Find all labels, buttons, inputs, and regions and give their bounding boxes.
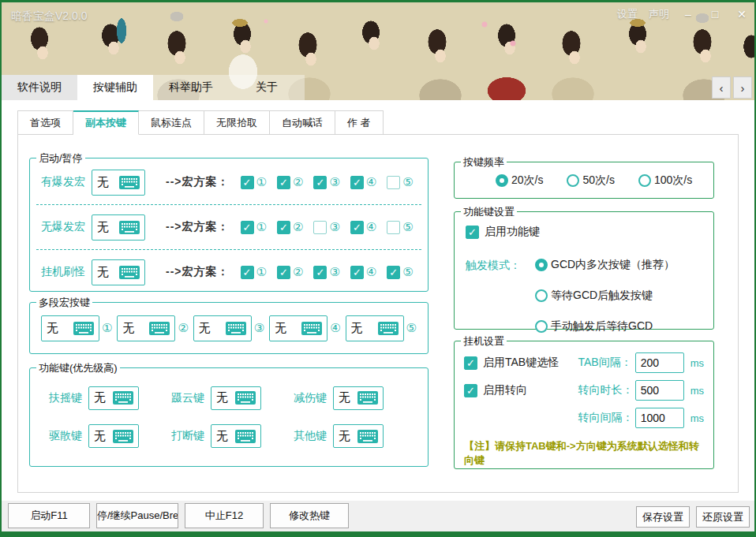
trigger-mode-manual[interactable]: 手动触发后等待GCD [535,319,675,334]
damage-reduce-key-button[interactable]: 无 [333,386,384,410]
tab-dungeon-keys[interactable]: 副本按键 [73,110,139,135]
tab-auto-shout[interactable]: 自动喊话 [270,110,335,135]
turn-duration-input[interactable] [635,380,684,401]
statement-menu-button[interactable]: 声明 [649,7,669,21]
other-key-button[interactable]: 无 [333,424,384,448]
titlebar: 暗香宝盒V2.0.0 设置 声明 – □ ✕ [2,7,754,26]
plan-number: ② [293,175,303,189]
plan-number: ③ [329,220,339,234]
plan-checkbox-4[interactable] [350,176,364,189]
tab-interval-input[interactable] [635,352,684,373]
tab-preferences[interactable]: 首选项 [17,110,73,135]
maximize-icon[interactable]: □ [707,8,723,21]
hotkey-button-noburst[interactable]: 无 [92,214,145,241]
plan-checkbox-3[interactable] [313,266,327,279]
enable-function-keys[interactable]: 启用功能键 [466,225,702,239]
plan-checkbox-2[interactable] [277,176,290,189]
plan-checkbox-3[interactable] [313,221,327,234]
checkbox-icon [464,356,477,370]
nieyun-key-button[interactable]: 无 [211,386,261,410]
macro-number: ⑤ [406,321,417,335]
multi-macro-key-1[interactable]: 无 [41,315,99,341]
plan-checkbox-4[interactable] [350,221,364,234]
multi-macro-key-3[interactable]: 无 [193,315,252,341]
radio-icon [535,320,548,333]
plan-checkbox-1[interactable] [241,221,254,234]
plan-number: ⑤ [402,265,413,279]
main-tab-keju-helper[interactable]: 科举助手 [153,75,229,100]
plan-checkbox-5[interactable] [387,266,400,279]
group-title: 功能键设置 [461,205,517,219]
plan-checkbox-2[interactable] [277,266,290,279]
plan-number: ② [293,265,303,279]
tab-author[interactable]: 作 者 [335,110,384,135]
hotkey-button-burst[interactable]: 无 [92,170,145,196]
idle-note: 【注】请保持TAB键和->方向键为系统默认选怪和转向键 [464,439,704,468]
main-tab-key-assist[interactable]: 按键辅助 [77,75,153,100]
hotkey-button-grind[interactable]: 无 [92,259,145,285]
macro-plan-label: -->宏方案： [166,265,230,279]
function-settings-group: 功能键设置 启用功能键 触发模式： GCD内多次按键（推荐） 等待GCD后触发按… [454,211,714,330]
keyboard-icon [357,391,378,405]
plan-number: ④ [366,220,376,234]
plan-checkbox-1[interactable] [241,266,254,279]
macro-number: ④ [330,321,340,335]
plan-number: ⑤ [402,175,413,189]
macro-plan-label: -->宏方案： [166,220,230,234]
pause-resume-button[interactable]: 停/继续Pause/Brea [96,503,178,528]
macro-number: ③ [254,321,264,335]
tab-mouse-clicker[interactable]: 鼠标连点 [139,110,204,135]
plan-checkbox-1[interactable] [241,176,254,189]
start-pause-group: 启动/暂停 有爆发宏 无 -->宏方案： ① ② ③ ④ [29,158,429,292]
radio-icon [496,174,508,187]
freq-option-50[interactable]: 50次/s [567,173,614,188]
checkbox-icon [464,384,477,397]
modify-hotkey-button[interactable]: 修改热键 [270,503,349,528]
enable-tab-select[interactable]: 启用TAB键选怪 [464,356,578,370]
plan-number: ① [256,220,267,234]
banner-artwork: 暗香宝盒V2.0.0 设置 声明 – □ ✕ 软件说明 按键辅助 科举助手 关于… [2,2,754,100]
interrupt-key-button[interactable]: 无 [211,424,261,448]
plan-checkbox-5[interactable] [387,176,400,189]
radio-icon [535,259,548,271]
keyboard-icon [226,322,246,335]
multi-macro-key-2[interactable]: 无 [117,315,175,341]
plan-checkbox-4[interactable] [350,266,364,279]
abort-button[interactable]: 中止F12 [185,503,264,528]
dispel-key-button[interactable]: 无 [88,424,139,448]
main-tab-software-info[interactable]: 软件说明 [2,75,77,100]
unit-label: ms [691,412,704,424]
save-settings-button[interactable]: 保存设置 [636,506,690,528]
restore-settings-button[interactable]: 还原设置 [696,506,750,528]
plan-checkbox-3[interactable] [313,176,327,189]
enable-turning[interactable]: 启用转向 [464,383,578,397]
main-tab-about[interactable]: 关于 [229,75,305,100]
multi-macro-key-5[interactable]: 无 [346,315,404,341]
close-icon[interactable]: ✕ [734,8,750,21]
keyboard-icon [119,221,140,234]
settings-menu-button[interactable]: 设置 [617,7,638,21]
keyboard-icon [235,430,256,443]
row-label: 有爆发宏 [41,175,92,189]
tab-infinite-loot[interactable]: 无限拾取 [204,110,270,135]
tab-scroll-left-button[interactable]: ‹ [712,76,731,99]
multi-macro-key-4[interactable]: 无 [269,315,327,341]
trigger-mode-gcd-multi[interactable]: GCD内多次按键（推荐） [535,258,675,272]
freq-option-100[interactable]: 100次/s [638,173,692,188]
fk-label: 扶摇键 [49,391,82,405]
freq-option-20[interactable]: 20次/s [496,173,543,188]
minimize-icon[interactable]: – [680,8,696,21]
start-button[interactable]: 启动F11 [8,503,90,528]
function-keys-group: 功能键(优先级高) 扶摇键无 蹑云键无 减伤键无 驱散键无 打断键无 其他键无 [29,367,429,467]
tab-scroll-right-button[interactable]: › [733,76,752,99]
turn-interval-input[interactable] [635,408,684,428]
plan-checkbox-5[interactable] [387,221,400,234]
fuyao-key-button[interactable]: 无 [88,386,139,410]
plan-number: ④ [366,175,376,189]
trigger-mode-wait-gcd[interactable]: 等待GCD后触发按键 [535,289,675,303]
macro-row-burst: 有爆发宏 无 -->宏方案： ① ② ③ ④ ⑤ [30,165,428,200]
plan-checkbox-2[interactable] [277,221,290,234]
plan-number: ⑤ [402,220,413,234]
app-window: 暗香宝盒V2.0.0 设置 声明 – □ ✕ 软件说明 按键辅助 科举助手 关于… [0,0,756,537]
keyboard-icon [235,391,256,405]
